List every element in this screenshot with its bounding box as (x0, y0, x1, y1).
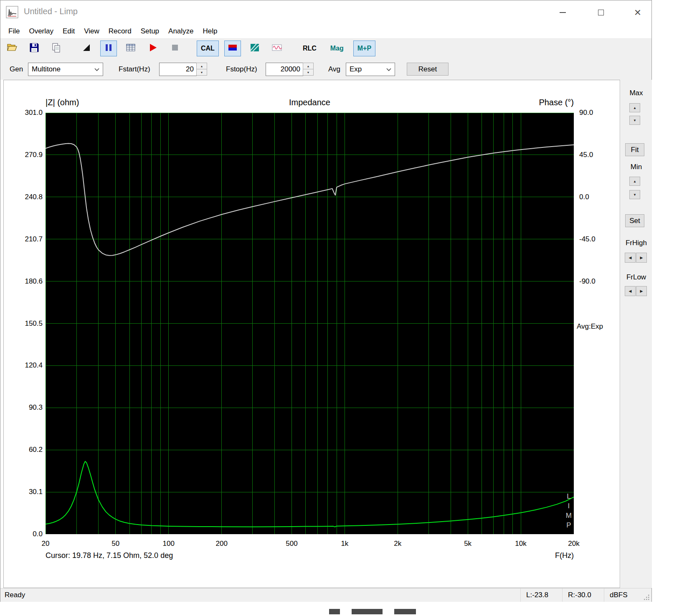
menu-record[interactable]: Record (104, 24, 136, 38)
freq-axis-tick: 5k (451, 539, 484, 548)
menu-edit[interactable]: Edit (58, 24, 79, 38)
max-up-button[interactable]: ▲ (629, 103, 640, 112)
up-arrow-icon: ▲ (307, 65, 310, 68)
toolbar: CALRLCMagM+P (4, 40, 375, 57)
play-button[interactable] (144, 41, 161, 56)
frhigh-label: FrHigh (621, 238, 652, 248)
mag-label: Mag (330, 45, 344, 52)
min-down-button[interactable]: ▼ (629, 190, 640, 199)
frhigh-right-button[interactable]: ▶ (636, 253, 647, 263)
pause-icon (103, 42, 114, 55)
controls-row: Gen Multitone Fstart(Hz) ▲ ▼ Fstop(Hz) ▲… (0, 62, 651, 77)
phase-axis-tick: 0.0 (579, 193, 605, 202)
frlow-left-button[interactable]: ◀ (625, 286, 636, 296)
chevron-down-icon (94, 65, 99, 74)
fstart-spin-down-button[interactable]: ▼ (196, 69, 207, 76)
maximize-icon (598, 10, 604, 15)
z-axis-tick: 270.9 (7, 150, 43, 160)
stop-button[interactable] (167, 41, 183, 56)
freq-axis-tick: 50 (99, 539, 132, 548)
fragment-mark (352, 609, 383, 614)
gen-label: Gen (10, 62, 23, 77)
down-arrow-icon: ▼ (633, 193, 636, 197)
table-button[interactable] (122, 41, 139, 56)
down-arrow-icon: ▼ (307, 71, 310, 74)
copy-button[interactable] (48, 41, 65, 56)
down-arrow-icon: ▼ (200, 71, 203, 74)
frhigh-left-button[interactable]: ◀ (625, 253, 636, 263)
rlc-button[interactable]: RLC (299, 41, 321, 56)
spectrum-button[interactable] (246, 41, 263, 56)
frlow-right-button[interactable]: ▶ (636, 286, 647, 296)
menu-analyze[interactable]: Analyze (164, 24, 198, 38)
fstart-input[interactable] (159, 63, 197, 76)
freq-axis-tick: 500 (275, 539, 308, 548)
z-axis-tick: 240.8 (7, 193, 43, 202)
save-button[interactable] (26, 41, 43, 56)
limp-overlay-letter: I (566, 501, 572, 511)
limp-overlay-letter: M (566, 511, 572, 520)
set-button[interactable]: Set (625, 214, 644, 227)
play-icon (147, 42, 158, 55)
frlow-label: FrLow (621, 273, 652, 282)
open-button[interactable] (4, 41, 20, 56)
copy-icon (51, 42, 62, 55)
generator-button[interactable] (224, 41, 241, 56)
app-icon (6, 6, 18, 18)
reset-label: Reset (418, 65, 437, 74)
freq-axis-tick: 1k (328, 539, 361, 548)
z-axis-tick: 210.7 (7, 235, 43, 244)
tool-band: CALRLCMagM+P Gen Multitone Fstart(Hz) ▲ … (0, 38, 651, 80)
menu-view[interactable]: View (79, 24, 104, 38)
plot-area[interactable]: LIMP (46, 113, 574, 534)
maximize-button[interactable] (587, 0, 615, 24)
waveform-button[interactable] (269, 41, 285, 56)
resize-grip[interactable] (643, 593, 650, 601)
freq-axis-tick: 200 (205, 539, 238, 548)
freq-axis-tick: 2k (381, 539, 414, 548)
chart-panel: |Z| (ohm) Impedance Phase (°) LIMP Curso… (3, 80, 620, 588)
z-axis-tick: 180.6 (7, 277, 43, 286)
mp-button[interactable]: M+P (353, 41, 375, 56)
phase-axis-tick: 45.0 (579, 150, 605, 160)
menu-help[interactable]: Help (198, 24, 222, 38)
freq-axis-tick: 100 (152, 539, 185, 548)
reset-button[interactable]: Reset (407, 63, 449, 76)
toolbar-separator (70, 41, 73, 56)
phase-axis-tick: -90.0 (579, 277, 605, 286)
minimize-icon (560, 12, 566, 13)
z-axis-tick: 301.0 (7, 108, 43, 117)
fstop-spin-down-button[interactable]: ▼ (303, 69, 314, 76)
fstop-input[interactable] (266, 63, 303, 76)
menu-overlay[interactable]: Overlay (24, 24, 58, 38)
minimize-button[interactable] (549, 0, 576, 24)
gen-select[interactable]: Multitone (28, 63, 103, 76)
phase-axis-title: Phase (°) (46, 98, 574, 107)
set-label: Set (629, 217, 640, 225)
min-up-button[interactable]: ▲ (629, 177, 640, 186)
z-axis-tick: 90.3 (7, 403, 43, 412)
pen-button[interactable] (78, 41, 95, 56)
fstart-spin-up-button[interactable]: ▲ (196, 63, 207, 69)
fit-button[interactable]: Fit (625, 143, 644, 156)
fstop-spin-up-button[interactable]: ▲ (303, 63, 314, 69)
stop-icon (170, 42, 180, 55)
toolbar-separator (291, 41, 293, 56)
cal-button[interactable]: CAL (197, 41, 219, 56)
pause-button[interactable] (100, 41, 117, 56)
fit-label: Fit (631, 146, 639, 154)
z-axis-tick: 30.1 (7, 487, 43, 497)
max-down-button[interactable]: ▼ (629, 116, 640, 125)
avg-select[interactable]: Exp (346, 63, 395, 76)
up-arrow-icon: ▲ (633, 106, 636, 110)
open-icon (7, 42, 18, 55)
menu-file[interactable]: File (4, 24, 24, 38)
menu-bar: FileOverlayEditViewRecordSetupAnalyzeHel… (0, 24, 651, 38)
avg-selected-value: Exp (350, 65, 362, 74)
z-axis-tick: 150.5 (7, 319, 43, 328)
waveform-icon (271, 42, 282, 55)
freq-axis-tick: 10k (504, 539, 537, 548)
mag-button[interactable]: Mag (326, 41, 348, 56)
menu-setup[interactable]: Setup (136, 24, 164, 38)
close-button[interactable]: × (624, 0, 651, 24)
